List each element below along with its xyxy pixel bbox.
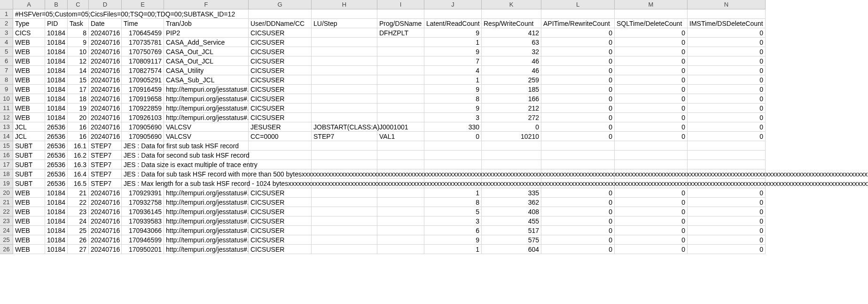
cell-D21[interactable]: 20240716	[89, 198, 122, 207]
cell-D8[interactable]: 20240716	[89, 75, 122, 85]
cell-K11[interactable]: 212	[482, 104, 541, 113]
cell-C3[interactable]: 8	[68, 28, 89, 38]
cell-J24[interactable]: 6	[424, 226, 482, 235]
cell-C15[interactable]: 16.1	[68, 141, 89, 151]
cell-D6[interactable]: 20240716	[89, 56, 122, 66]
cell-K13[interactable]: 0	[482, 122, 541, 132]
cell-A25[interactable]: WEB	[13, 235, 45, 245]
cell-M10[interactable]: 0	[615, 94, 688, 104]
cell-L23[interactable]: 0	[541, 216, 615, 226]
cell-H26[interactable]	[312, 245, 377, 254]
cell-E25[interactable]: 170946599	[122, 235, 164, 245]
row-header-14[interactable]: 14	[0, 132, 13, 141]
row-header-22[interactable]: 22	[0, 207, 13, 216]
cell-H17[interactable]	[312, 160, 377, 169]
row-header-10[interactable]: 10	[0, 94, 13, 104]
cell-E8[interactable]: 170905291	[122, 75, 164, 85]
header-cell-I[interactable]: Prog/DSName	[377, 19, 424, 28]
cell-I17[interactable]	[377, 160, 424, 169]
cell-J15[interactable]	[424, 141, 482, 151]
cell-I7[interactable]	[377, 66, 424, 75]
cell-C20[interactable]: 21	[68, 188, 89, 198]
cell-E23[interactable]: 170939583	[122, 216, 164, 226]
cell-M13[interactable]: 0	[615, 122, 688, 132]
column-header-F[interactable]: F	[164, 0, 249, 9]
cell-C9[interactable]: 17	[68, 85, 89, 94]
cell-E3[interactable]: 170645459	[122, 28, 164, 38]
cell-N23[interactable]: 0	[688, 216, 766, 226]
column-header-G[interactable]: G	[249, 0, 312, 9]
header-cell-J[interactable]: Latent/ReadCount	[424, 19, 482, 28]
cell-M26[interactable]: 0	[615, 245, 688, 254]
cell-K10[interactable]: 166	[482, 94, 541, 104]
row-header-21[interactable]: 21	[0, 198, 13, 207]
cell-N11[interactable]: 0	[688, 104, 766, 113]
cell-B5[interactable]: 10184	[45, 47, 68, 56]
cell-M1[interactable]	[615, 9, 688, 19]
cell-B25[interactable]: 10184	[45, 235, 68, 245]
cell-N5[interactable]: 0	[688, 47, 766, 56]
row-header-15[interactable]: 15	[0, 141, 13, 151]
cell-F23[interactable]: http://tempuri.org/jesstatus#.	[164, 216, 249, 226]
header-cell-G[interactable]: User/DDName/CC	[249, 19, 312, 28]
row-header-12[interactable]: 12	[0, 113, 13, 122]
cell-K16[interactable]	[482, 151, 541, 160]
cell-M17[interactable]	[615, 160, 688, 169]
cell-G11[interactable]: CICSUSER	[249, 104, 312, 113]
cell-C22[interactable]: 23	[68, 207, 89, 216]
cell-A10[interactable]: WEB	[13, 94, 45, 104]
cell-C7[interactable]: 14	[68, 66, 89, 75]
cell-D19[interactable]: STEP7	[89, 179, 122, 188]
cell-C11[interactable]: 19	[68, 104, 89, 113]
row-header-6[interactable]: 6	[0, 56, 13, 66]
cell-L17[interactable]	[541, 160, 615, 169]
cell-F4[interactable]: CASA_Add_Service	[164, 38, 249, 47]
cell-C5[interactable]: 10	[68, 47, 89, 56]
cell-K14[interactable]: 10210	[482, 132, 541, 141]
cell-K7[interactable]: 46	[482, 66, 541, 75]
cell-J20[interactable]: 1	[424, 188, 482, 198]
cell-N7[interactable]: 0	[688, 66, 766, 75]
cell-E11[interactable]: 170922859	[122, 104, 164, 113]
cell-L7[interactable]: 0	[541, 66, 615, 75]
cell-M16[interactable]	[615, 151, 688, 160]
cell-L20[interactable]: 0	[541, 188, 615, 198]
cell-A17[interactable]: SUBT	[13, 160, 45, 169]
cell-H24[interactable]	[312, 226, 377, 235]
row-header-9[interactable]: 9	[0, 85, 13, 94]
cell-B18[interactable]: 26536	[45, 169, 68, 179]
cell-G9[interactable]: CICSUSER	[249, 85, 312, 94]
cell-M21[interactable]: 0	[615, 198, 688, 207]
cell-L14[interactable]: 0	[541, 132, 615, 141]
cell-E15[interactable]: JES : Data for first sub task HSF record	[122, 141, 164, 151]
cell-I22[interactable]	[377, 207, 424, 216]
cell-D3[interactable]: 20240716	[89, 28, 122, 38]
cell-G23[interactable]: CICSUSER	[249, 216, 312, 226]
header-cell-D[interactable]: Date	[89, 19, 122, 28]
cell-F13[interactable]: VALCSV	[164, 122, 249, 132]
cell-M14[interactable]: 0	[615, 132, 688, 141]
header-cell-N[interactable]: IMSTime/DSDeleteCount	[688, 19, 766, 28]
cell-H1[interactable]	[312, 9, 377, 19]
cell-G8[interactable]: CICSUSER	[249, 75, 312, 85]
cell-H3[interactable]	[312, 28, 377, 38]
cell-M22[interactable]: 0	[615, 207, 688, 216]
cell-J17[interactable]	[424, 160, 482, 169]
cell-K25[interactable]: 575	[482, 235, 541, 245]
column-header-D[interactable]: D	[89, 0, 122, 9]
cell-G22[interactable]: CICSUSER	[249, 207, 312, 216]
corner-cell[interactable]	[0, 0, 13, 9]
cell-J3[interactable]: 9	[424, 28, 482, 38]
cell-E18[interactable]: JES : Data for sub task HSF record with …	[122, 169, 164, 179]
cell-N22[interactable]: 0	[688, 207, 766, 216]
cell-E14[interactable]: 170905690	[122, 132, 164, 141]
row-header-20[interactable]: 20	[0, 188, 13, 198]
cell-F14[interactable]: VALCSV	[164, 132, 249, 141]
cell-F9[interactable]: http://tempuri.org/jesstatus#.	[164, 85, 249, 94]
row-header-5[interactable]: 5	[0, 47, 13, 56]
cell-D5[interactable]: 20240716	[89, 47, 122, 56]
cell-B21[interactable]: 10184	[45, 198, 68, 207]
cell-G3[interactable]: CICSUSER	[249, 28, 312, 38]
column-header-J[interactable]: J	[424, 0, 482, 9]
cell-J10[interactable]: 8	[424, 94, 482, 104]
